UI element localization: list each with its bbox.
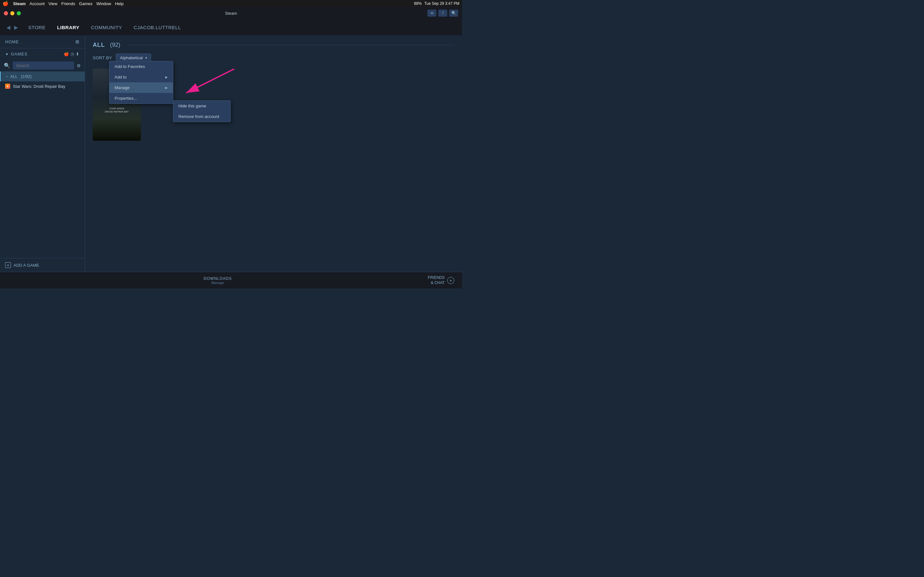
menubar-right: 88% Tue Sep 29 3:47 PM (414, 1, 459, 6)
apple-icon[interactable]: 🍎 (64, 52, 69, 56)
download-icon[interactable]: ⬇ (76, 52, 79, 56)
friends-add-button[interactable]: + (447, 277, 454, 284)
downloads-right: FRIENDS& CHAT + (428, 276, 454, 285)
friends-menu[interactable]: Friends (61, 1, 75, 6)
all-title: ALL (93, 42, 105, 48)
mac-menubar: 🍎 Steam Account View Friends Games Windo… (0, 0, 462, 7)
window-controls (4, 11, 21, 15)
help-menu[interactable]: Help (115, 1, 124, 6)
nav-username[interactable]: CJACOB.LUTTRELL (129, 22, 186, 33)
games-chevron-icon[interactable]: ▼ (5, 52, 9, 56)
maximize-button[interactable] (17, 11, 21, 15)
apple-logo-icon[interactable]: 🍎 (3, 1, 9, 6)
nav-store[interactable]: STORE (23, 22, 51, 33)
steam-window: Steam ✉ ? 🔍 ◀ ▶ STORE LIBRARY COMMUNITY … (0, 7, 462, 288)
back-button[interactable]: ◀ (5, 24, 11, 31)
nav-community[interactable]: COMMUNITY (86, 22, 128, 33)
search-input[interactable] (13, 61, 74, 69)
history-icon[interactable]: ◷ (71, 52, 74, 56)
downloads-subtitle: Manage (204, 281, 232, 285)
window-title: Steam (225, 11, 237, 16)
game-tile-overlay (93, 118, 141, 141)
downloads-title: DOWNLOADS (204, 276, 232, 281)
clock: Tue Sep 29 3:47 PM (424, 1, 459, 6)
grid-icon[interactable]: ⊞ (75, 39, 79, 44)
add-to-arrow-icon: ▶ (165, 75, 168, 79)
filter-icon[interactable]: ⚙ (77, 63, 81, 68)
content-header: ALL (92) (93, 42, 454, 48)
all-label: ALL (10, 74, 18, 79)
game-count: (92) (110, 42, 120, 48)
manage-submenu: Hide this game Remove from account (173, 100, 231, 122)
friends-chat-label: FRIENDS& CHAT (428, 276, 445, 285)
downloads-bar: DOWNLOADS Manage FRIENDS& CHAT + (0, 272, 462, 288)
search-icon[interactable]: 🔍 (449, 10, 458, 17)
sort-value: Alphabetical (120, 55, 143, 60)
add-to-option[interactable]: Add to ▶ (110, 72, 173, 82)
sidebar-search-area: 🔍 ⚙ (0, 60, 85, 71)
minimize-button[interactable] (10, 11, 15, 15)
help-icon[interactable]: ? (438, 10, 447, 17)
downloads-center[interactable]: DOWNLOADS Manage (204, 276, 232, 285)
steam-menu[interactable]: Steam (13, 1, 26, 6)
remove-from-account-option[interactable]: Remove from account (173, 111, 230, 122)
home-label: HOME (5, 39, 19, 44)
games-menu[interactable]: Games (79, 1, 92, 6)
menu-items: Steam Account View Friends Games Window … (13, 1, 124, 6)
title-bar-icons: ✉ ? 🔍 (427, 10, 458, 17)
sidebar: HOME ⊞ ▼ GAMES 🍎 ◷ ⬇ 🔍 ⚙ (0, 35, 85, 272)
sidebar-bottom: + ADD A GAME (0, 258, 85, 272)
games-label: GAMES (11, 52, 27, 56)
context-menu-panel: Add to Favorites Add to ▶ Manage ▶ Hide … (109, 61, 173, 104)
account-menu[interactable]: Account (29, 1, 45, 6)
content-area: ALL (92) SORT BY Alphabetical ▾ ★ STAR W… (85, 35, 462, 272)
plus-icon: + (5, 262, 11, 268)
hide-game-option[interactable]: Hide this game (173, 101, 230, 111)
game-icon: ★ (5, 84, 10, 89)
battery-indicator: 88% (414, 1, 422, 6)
properties-option[interactable]: Properties... (110, 93, 173, 103)
search-magnifier-icon: 🔍 (4, 63, 10, 69)
sidebar-game-item[interactable]: ★ Star Wars: Droid Repair Bay (0, 81, 85, 91)
nav-library[interactable]: LIBRARY (52, 22, 85, 33)
manage-arrow-icon: ▶ (165, 86, 168, 89)
context-menu: Add to Favorites Add to ▶ Manage ▶ Hide … (109, 61, 173, 104)
sort-by-label: SORT BY (93, 55, 112, 60)
nav-bar: ◀ ▶ STORE LIBRARY COMMUNITY CJACOB.LUTTR… (0, 19, 462, 35)
sidebar-list: − ALL (1/92) ★ Star Wars: Droid Repair B… (0, 71, 85, 258)
sidebar-home[interactable]: HOME ⊞ (0, 35, 85, 48)
messages-icon[interactable]: ✉ (427, 10, 436, 17)
add-to-favorites-option[interactable]: Add to Favorites (110, 61, 173, 72)
close-button[interactable] (4, 11, 8, 15)
add-game-button[interactable]: + ADD A GAME (5, 262, 79, 268)
add-game-label: ADD A GAME (13, 263, 39, 268)
window-menu[interactable]: Window (96, 1, 111, 6)
sort-chevron-icon: ▾ (145, 56, 147, 60)
all-count: (1/92) (21, 74, 32, 79)
all-dash: − (6, 74, 8, 79)
view-menu[interactable]: View (48, 1, 57, 6)
manage-option[interactable]: Manage ▶ Hide this game Remove from acco… (110, 82, 173, 93)
title-bar: Steam ✉ ? 🔍 (0, 7, 462, 19)
sidebar-all-item[interactable]: − ALL (1/92) (0, 71, 85, 81)
main-content: HOME ⊞ ▼ GAMES 🍎 ◷ ⬇ 🔍 ⚙ (0, 35, 462, 272)
forward-button[interactable]: ▶ (13, 24, 19, 31)
sidebar-games-header: ▼ GAMES 🍎 ◷ ⬇ (0, 48, 85, 60)
nav-arrows: ◀ ▶ (5, 24, 19, 31)
game-title: Star Wars: Droid Repair Bay (13, 84, 65, 89)
